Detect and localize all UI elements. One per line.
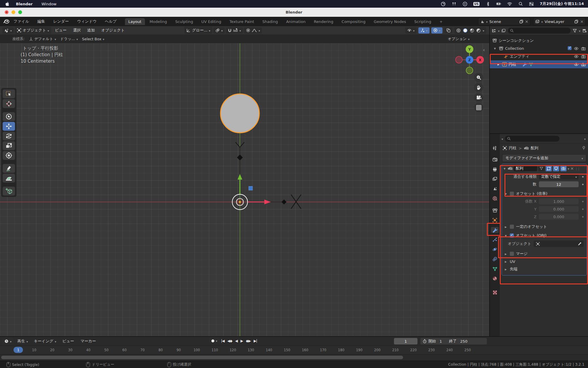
viewport-menu-object[interactable]: オブジェクト bbox=[99, 27, 128, 34]
tab-physics[interactable] bbox=[491, 246, 499, 252]
select-mode-dropdown[interactable]: Select Box bbox=[80, 36, 106, 42]
rotate-tool[interactable] bbox=[3, 132, 15, 140]
next-keyframe-button[interactable]: ◆▶ bbox=[245, 338, 252, 344]
section-collapse-arrow[interactable]: ▾ bbox=[505, 192, 508, 196]
cylinder-expand-arrow[interactable]: ▸ bbox=[497, 62, 500, 67]
timeline-marker-menu[interactable]: マーカー bbox=[78, 338, 98, 345]
breadcrumb-object[interactable]: 円柱 bbox=[509, 145, 517, 151]
drag-mode-dropdown[interactable]: ドラッ... bbox=[58, 36, 80, 42]
object-picker-field[interactable] bbox=[534, 241, 584, 247]
proportional-editing-controls[interactable] bbox=[244, 27, 262, 34]
outliner-row-cylinder[interactable]: ▸ 円柱 bbox=[490, 60, 588, 68]
constant-offset-section[interactable]: ▸ 一定のオフセット bbox=[502, 223, 587, 231]
hide-eye-icon[interactable] bbox=[574, 54, 579, 59]
outliner-row-scene-collection[interactable]: シーンコレクション bbox=[490, 37, 588, 44]
auto-keying-button[interactable] bbox=[209, 338, 219, 344]
scene-name[interactable]: Scene bbox=[490, 19, 518, 24]
menubar-clock[interactable]: 7月29日(金) 午前11:14 bbox=[540, 1, 584, 6]
viewport-canvas[interactable]: Y X Z ‹ トップ・平行投影 (1) Collection | 円柱 10 … bbox=[0, 43, 489, 336]
factor-x-field[interactable]: 1.000 bbox=[539, 198, 579, 204]
count-field[interactable]: 12 bbox=[539, 181, 579, 187]
hide-eye-icon[interactable] bbox=[574, 62, 579, 67]
viewport-menu-select[interactable]: 選択 bbox=[71, 27, 83, 34]
now-playing-icon[interactable] bbox=[462, 2, 467, 6]
tab-compositing[interactable]: Compositing bbox=[338, 18, 369, 25]
cap-section[interactable]: ▸ 先端 bbox=[502, 265, 587, 273]
battery-icon[interactable] bbox=[496, 2, 501, 6]
viewport-menu-add[interactable]: 追加 bbox=[85, 27, 98, 34]
menu-file[interactable]: ファイル bbox=[9, 19, 33, 24]
tab-object[interactable] bbox=[491, 217, 499, 223]
new-viewlayer-icon[interactable] bbox=[574, 20, 578, 24]
merge-section[interactable]: ▸ マージ bbox=[502, 250, 587, 258]
filter-icon[interactable] bbox=[572, 28, 577, 33]
timeline-view-menu[interactable]: ビュー bbox=[60, 338, 76, 345]
factor-y-field[interactable]: 0.000 bbox=[539, 206, 579, 212]
modifier-drag-handle[interactable] bbox=[575, 166, 580, 171]
remove-viewlayer-icon[interactable] bbox=[580, 19, 584, 24]
prev-keyframe-button[interactable]: ◀◆ bbox=[226, 338, 233, 344]
show-gizmo-toggle[interactable] bbox=[418, 27, 430, 34]
tab-modeling[interactable]: Modeling bbox=[146, 18, 171, 25]
playback-menu[interactable]: 再生 bbox=[15, 338, 30, 345]
outliner-search-field[interactable] bbox=[508, 28, 571, 34]
modifier-wrench-icon[interactable] bbox=[522, 62, 527, 67]
section-collapse-arrow[interactable]: ▸ bbox=[505, 252, 508, 256]
blender-logo-icon[interactable] bbox=[3, 19, 9, 24]
menu-help[interactable]: ヘルプ bbox=[101, 19, 121, 24]
annotate-tool[interactable] bbox=[3, 164, 15, 173]
viewlayer-selector[interactable]: ViewLayer bbox=[533, 18, 586, 25]
show-overlays-toggle[interactable] bbox=[431, 27, 442, 34]
menu-edit[interactable]: 編集 bbox=[33, 19, 49, 24]
viewport-menu-view[interactable]: ビュー bbox=[52, 27, 69, 34]
pin-icon[interactable] bbox=[582, 146, 586, 150]
tab-collection[interactable] bbox=[491, 208, 499, 213]
toggle-edit-mode[interactable] bbox=[546, 165, 552, 171]
new-collection-icon[interactable] bbox=[582, 28, 587, 33]
object-offset-section[interactable]: ▾ オフセット (OBJ) bbox=[502, 232, 587, 239]
screen-mirroring-icon[interactable] bbox=[441, 2, 446, 6]
section-collapse-arrow[interactable]: ▸ bbox=[505, 267, 508, 271]
input-source-badge[interactable]: US bbox=[473, 2, 480, 6]
move-tool[interactable] bbox=[3, 122, 15, 131]
bluetooth-icon[interactable] bbox=[485, 2, 490, 6]
section-collapse-arrow[interactable]: ▸ bbox=[505, 225, 508, 229]
tab-texture[interactable] bbox=[491, 289, 499, 295]
end-frame-field[interactable]: 250 bbox=[460, 339, 467, 344]
filter-dropdown-chevron[interactable] bbox=[579, 29, 580, 33]
animate-dot[interactable] bbox=[582, 216, 584, 218]
menubar-window-menu[interactable]: Window bbox=[41, 2, 56, 6]
xray-toggle[interactable] bbox=[444, 27, 452, 33]
tab-material[interactable] bbox=[491, 276, 499, 281]
object-offset-checkbox[interactable] bbox=[510, 233, 514, 238]
tab-uv-editing[interactable]: UV Editing bbox=[198, 18, 225, 25]
tab-geometry-nodes[interactable]: Geometry Nodes bbox=[370, 18, 410, 25]
properties-options-chevron[interactable] bbox=[584, 137, 586, 141]
cursor-tool[interactable] bbox=[3, 99, 15, 108]
pan-view-button[interactable] bbox=[474, 83, 483, 92]
unlink-scene-icon[interactable] bbox=[525, 19, 529, 24]
shading-dropdown-chevron[interactable] bbox=[483, 28, 484, 33]
animate-dot[interactable] bbox=[582, 208, 584, 210]
control-center-icon[interactable] bbox=[529, 2, 534, 6]
animate-dot[interactable] bbox=[582, 201, 584, 202]
hide-eye-icon[interactable] bbox=[574, 46, 579, 51]
uv-section[interactable]: ▸ UV bbox=[502, 258, 587, 265]
section-collapse-arrow[interactable]: ▾ bbox=[505, 233, 508, 238]
scene-selector[interactable]: Scene bbox=[478, 18, 530, 25]
tab-scripting[interactable]: Scripting bbox=[411, 18, 435, 25]
scale-tool[interactable] bbox=[3, 141, 15, 150]
tab-render[interactable] bbox=[491, 157, 499, 163]
section-collapse-arrow[interactable]: ▸ bbox=[505, 259, 508, 264]
mode-selector[interactable]: オブジェクト bbox=[15, 27, 51, 34]
toggle-ortho-button[interactable] bbox=[474, 103, 483, 112]
add-workspace-button[interactable]: + bbox=[436, 18, 446, 25]
disable-render-camera-icon[interactable] bbox=[581, 62, 586, 67]
maximize-window-button[interactable] bbox=[18, 10, 22, 14]
jump-to-start-button[interactable]: |◀ bbox=[220, 338, 225, 344]
viewport-options-dropdown[interactable]: オプション bbox=[446, 36, 472, 42]
tab-animation[interactable]: Animation bbox=[283, 18, 309, 25]
offset-factor-section[interactable]: ▾ オフセット (倍率) bbox=[502, 190, 587, 198]
tab-shading[interactable]: Shading bbox=[259, 18, 281, 25]
transform-tool[interactable] bbox=[3, 151, 15, 160]
